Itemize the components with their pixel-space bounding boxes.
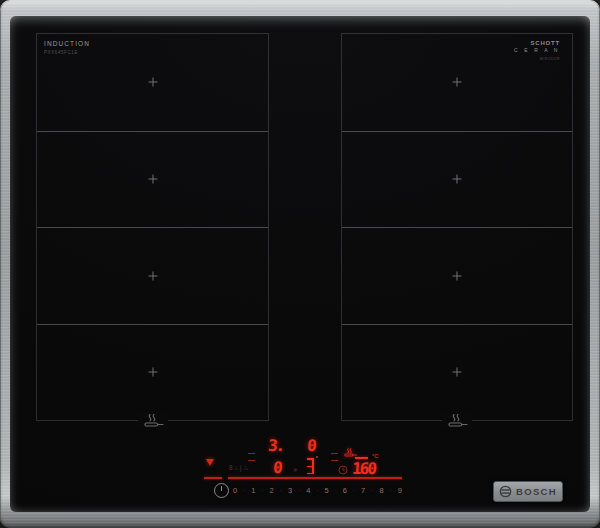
induction-label-block: INDUCTION PXX645FC1E bbox=[44, 40, 90, 55]
zone-cross-icon bbox=[453, 175, 462, 184]
slider-level-9[interactable]: 9 bbox=[398, 486, 402, 495]
zone-select-marks-icon bbox=[331, 453, 338, 461]
cooking-zone-left-3 bbox=[37, 227, 268, 324]
zone-cross-icon bbox=[148, 78, 157, 87]
slider-level-8[interactable]: 8 bbox=[379, 486, 383, 495]
slider-separator: · bbox=[280, 487, 282, 493]
slider-separator: · bbox=[298, 487, 300, 493]
slider-level-0[interactable]: 0 bbox=[233, 486, 237, 495]
cooking-zone-right-2 bbox=[342, 131, 572, 228]
schott-text: SCHOTT bbox=[514, 40, 560, 46]
cleaning-pause-icon: ✳ bbox=[293, 467, 298, 473]
schott-ceran-logo: SCHOTT C E R A N MIRODUR bbox=[514, 40, 560, 61]
display-left-front-level[interactable]: 0 bbox=[272, 460, 281, 476]
flex-zone-group-left bbox=[36, 33, 269, 421]
cooking-zone-left-4 bbox=[37, 324, 268, 421]
slider-separator: · bbox=[390, 487, 392, 493]
wifi-indicator-icon bbox=[206, 459, 214, 466]
display-right-rear-level[interactable]: 0 bbox=[306, 438, 315, 454]
display-fry-temperature[interactable]: 160 bbox=[351, 461, 375, 477]
glass-surface: INDUCTION PXX645FC1E SCHOTT C E R A N MI… bbox=[10, 16, 590, 512]
slider-separator: · bbox=[371, 487, 373, 493]
pan-move-icon bbox=[305, 456, 316, 476]
fry-sensor-pan-icon bbox=[138, 413, 168, 428]
slider-level-2[interactable]: 2 bbox=[270, 486, 274, 495]
cooktop-product-image: INDUCTION PXX645FC1E SCHOTT C E R A N MI… bbox=[0, 0, 600, 528]
zone-cross-icon bbox=[148, 271, 157, 280]
slider-level-7[interactable]: 7 bbox=[361, 486, 365, 495]
timer-clock-icon[interactable] bbox=[338, 465, 348, 475]
flex-zone-group-right bbox=[341, 33, 573, 421]
slider-separator: · bbox=[262, 487, 264, 493]
slider-separator: · bbox=[316, 487, 318, 493]
zone-select-marks-icon bbox=[248, 453, 255, 461]
cooking-zone-left-2 bbox=[37, 131, 268, 228]
cooking-zone-right-3 bbox=[342, 227, 572, 324]
display-left-rear-level[interactable]: 3. bbox=[267, 438, 283, 454]
slider-level-3[interactable]: 3 bbox=[288, 486, 292, 495]
schott-sub-text: MIRODUR bbox=[514, 57, 560, 61]
cooking-zone-right-4 bbox=[342, 324, 572, 421]
zone-cross-icon bbox=[453, 78, 462, 87]
zone-cross-icon bbox=[148, 368, 157, 377]
ceran-text: C E R A N bbox=[514, 47, 560, 53]
slider-level-4[interactable]: 4 bbox=[306, 486, 310, 495]
model-text: PXX645FC1E bbox=[44, 50, 90, 55]
zone-cross-icon bbox=[453, 271, 462, 280]
bosch-wordmark: BOSCH bbox=[516, 486, 557, 497]
slider-level-6[interactable]: 6 bbox=[343, 486, 347, 495]
slider-separator: · bbox=[353, 487, 355, 493]
printed-function-icons: 8⌂|♨ bbox=[229, 464, 250, 472]
bosch-badge: BOSCH bbox=[493, 481, 563, 502]
zone-cross-icon bbox=[148, 175, 157, 184]
bosch-armature-icon bbox=[499, 485, 512, 498]
slider-active-line bbox=[228, 477, 402, 479]
zone-cross-icon bbox=[453, 368, 462, 377]
slider-level-1[interactable]: 1 bbox=[251, 486, 255, 495]
power-button[interactable] bbox=[214, 483, 229, 498]
induction-label: INDUCTION bbox=[44, 40, 90, 47]
slider-separator: · bbox=[243, 487, 245, 493]
power-level-slider[interactable]: 0·1·2·3·4·5·6·7·8·9 bbox=[233, 484, 402, 496]
slider-active-line-short bbox=[204, 477, 222, 479]
slider-level-5[interactable]: 5 bbox=[324, 486, 328, 495]
slider-separator: · bbox=[335, 487, 337, 493]
fry-sensor-pan-icon bbox=[442, 413, 472, 428]
